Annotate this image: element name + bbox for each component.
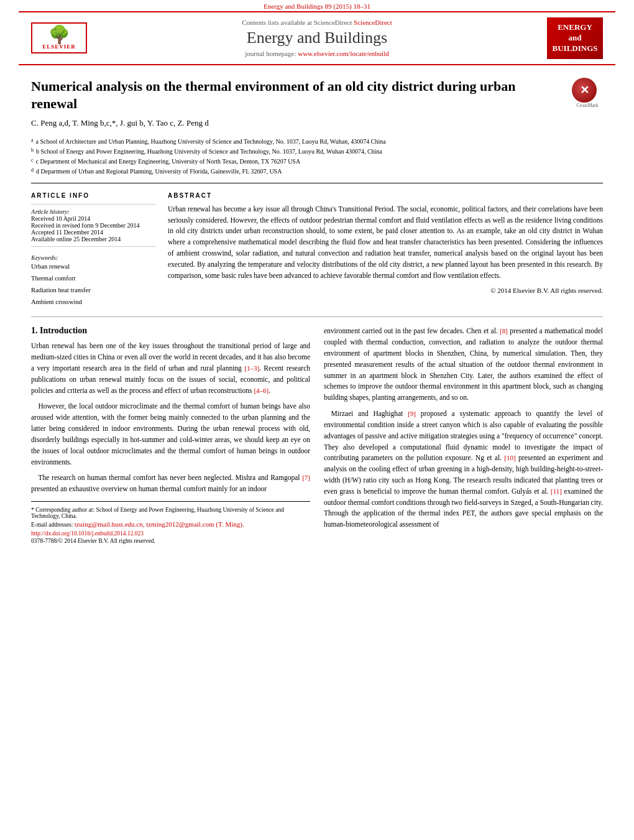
revised-date: Received in revised form 9 December 2014 [31, 222, 155, 229]
abstract-text: Urban renewal has become a key issue all… [168, 204, 603, 282]
elsevier-logo: 🌳 ELSEVIER [31, 22, 87, 53]
issn-line: 0378-7788/© 2014 Elsevier B.V. All right… [31, 538, 310, 544]
crossmark-circle: ✕ [572, 78, 597, 103]
right-body-text: environment carried out in the past few … [324, 326, 603, 530]
citation-7[interactable]: [7] [302, 474, 310, 481]
email-label: E-mail addresses: [31, 522, 73, 528]
citation-9[interactable]: [9] [408, 410, 416, 417]
accepted-date: Accepted 11 December 2014 [31, 229, 155, 236]
intro-section-title-text: Introduction [40, 326, 87, 335]
affiliation-a: aa School of Architecture and Urban Plan… [31, 137, 603, 147]
body-right-col: environment carried out in the past few … [324, 326, 603, 544]
elsevier-label: ELSEVIER [42, 44, 76, 50]
journal-center-info: Contents lists available at ScienceDirec… [93, 19, 541, 57]
body-content: 1. Introduction Urban renewal has been o… [31, 326, 603, 544]
crossmark-label: CrossMark [572, 103, 603, 108]
intro-body-text: Urban renewal has been one of the key is… [31, 341, 310, 495]
keyword-1: Urban renewal [31, 261, 155, 273]
keyword-2: Thermal comfort [31, 273, 155, 285]
affiliation-c: cc Department of Mechanical and Energy E… [31, 157, 603, 167]
citation-8[interactable]: [8] [500, 327, 508, 335]
citation-1-3[interactable]: [1–3] [244, 364, 259, 372]
corresponding-note: * Corresponding author at: School of Ene… [31, 507, 310, 519]
article-info-heading: ARTICLE INFO [31, 192, 155, 199]
doi-link[interactable]: http://dx.doi.org/10.1016/j.enbuild.2014… [31, 530, 144, 537]
abstract-col: ABSTRACT Urban renewal has become a key … [168, 192, 603, 308]
article-title-section: Numerical analysis on the thermal enviro… [31, 65, 603, 137]
article-title: Numerical analysis on the thermal enviro… [31, 78, 559, 113]
eb-logo-box: ENERGYandBUILDINGS [547, 17, 603, 59]
eb-logo: ENERGYandBUILDINGS [547, 17, 603, 59]
keyword-3: Radiation heat transfer [31, 285, 155, 297]
journal-homepage: journal homepage: www.elsevier.com/locat… [93, 50, 541, 57]
intro-para-2: However, the local outdoor microclimate … [31, 401, 310, 468]
available-date: Available online 25 December 2014 [31, 236, 155, 242]
divider-2 [31, 246, 155, 247]
intro-section-title: 1. Introduction [31, 326, 310, 336]
keywords-label: Keywords: [31, 254, 155, 261]
journal-header: 🌳 ELSEVIER Contents lists available at S… [19, 11, 615, 65]
journal-title: Energy and Buildings [93, 29, 541, 47]
article-info-abstract-section: ARTICLE INFO Article history: Received 1… [31, 183, 603, 308]
keyword-4: Ambient crosswind [31, 297, 155, 308]
affiliation-b: bb School of Energy and Power Engineerin… [31, 147, 603, 157]
right-para-2: Mirzaei and Haghighat [9] proposed a sys… [324, 408, 603, 530]
affiliations: aa School of Architecture and Urban Plan… [31, 137, 603, 177]
sciencedirect-link[interactable]: ScienceDirect [354, 19, 392, 26]
journal-citation: Energy and Buildings 89 (2015) 18–31 [264, 2, 370, 10]
right-para-1: environment carried out in the past few … [324, 326, 603, 404]
homepage-link[interactable]: www.elsevier.com/locate/enbuild [298, 50, 389, 57]
article-title-text: Numerical analysis on the thermal enviro… [31, 78, 559, 131]
section-divider [31, 316, 603, 317]
authors-line: C. Peng a,d, T. Ming b,c,*, J. gui b, Y.… [31, 118, 559, 128]
history-label: Article history: [31, 208, 155, 215]
aff-d-text: d Department of Urban and Regional Plann… [36, 167, 282, 177]
eb-logo-text: ENERGYandBUILDINGS [552, 22, 598, 54]
authors: C. Peng a,d, T. Ming b,c,*, J. gui b, Y.… [31, 118, 209, 127]
citation-4-6[interactable]: [4–6] [254, 387, 269, 394]
footnotes: * Corresponding author at: School of Ene… [31, 501, 310, 544]
aff-c-text: c Department of Mechanical and Energy En… [36, 157, 301, 167]
aff-a-text: a School of Architecture and Urban Plann… [36, 137, 386, 147]
page-content: Numerical analysis on the thermal enviro… [0, 65, 634, 544]
doi-line: http://dx.doi.org/10.1016/j.enbuild.2014… [31, 530, 310, 537]
intro-para-1: Urban renewal has been one of the key is… [31, 341, 310, 396]
crossmark-icon: ✕ CrossMark [572, 78, 603, 108]
intro-section-number: 1. [31, 326, 38, 335]
copyright-line: © 2014 Elsevier B.V. All rights reserved… [168, 287, 603, 294]
journal-citation-bar: Energy and Buildings 89 (2015) 18–31 [0, 0, 634, 11]
email-note: E-mail addresses: tzuing@mail.hust.edu.c… [31, 520, 310, 528]
divider-1 [31, 204, 155, 205]
aff-b-text: b School of Energy and Power Engineering… [36, 147, 382, 157]
body-left-col: 1. Introduction Urban renewal has been o… [31, 326, 310, 544]
abstract-heading: ABSTRACT [168, 192, 603, 199]
contents-text: Contents lists available at ScienceDirec… [242, 19, 352, 26]
affiliation-d: dd Department of Urban and Regional Plan… [31, 167, 603, 177]
intro-para-3: The research on human thermal comfort ha… [31, 473, 310, 495]
citation-11[interactable]: [11] [551, 487, 562, 495]
homepage-prefix: journal homepage: [245, 50, 296, 57]
elsevier-tree-icon: 🌳 [48, 26, 70, 44]
keywords-section: Keywords: Urban renewal Thermal comfort … [31, 254, 155, 308]
contents-line: Contents lists available at ScienceDirec… [93, 19, 541, 26]
citation-10[interactable]: [10] [504, 454, 515, 461]
article-info-col: ARTICLE INFO Article history: Received 1… [31, 192, 155, 308]
email-link[interactable]: tzuing@mail.hust.edu.cn, tzming2012@gmai… [75, 520, 244, 528]
received-date: Received 10 April 2014 [31, 215, 155, 222]
